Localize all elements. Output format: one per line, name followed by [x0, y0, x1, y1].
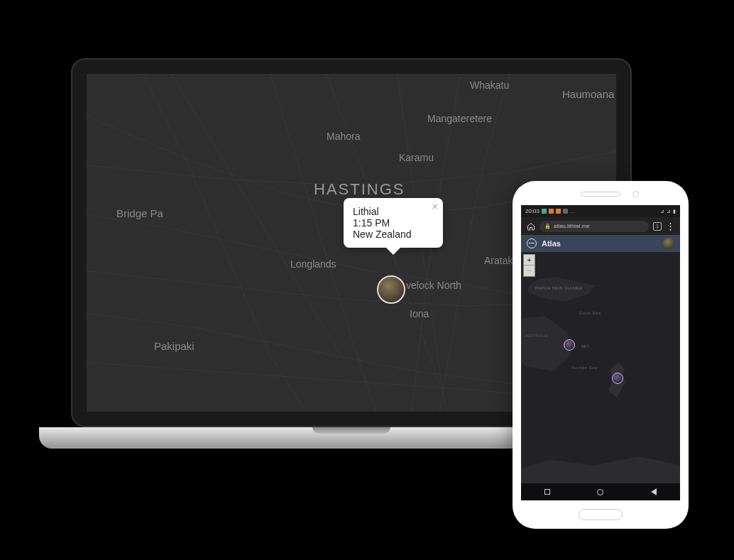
- popup-location: New Zealand: [353, 229, 434, 240]
- signal-icon: ⊿: [667, 209, 671, 214]
- android-status-bar: 20:03 … ⊿ ⊿ ▮: [521, 205, 680, 217]
- map-popup: × Lithial 1:15 PM New Zealand: [344, 198, 443, 248]
- phone-speaker: [581, 192, 620, 197]
- popup-time: 1:15 PM: [353, 217, 434, 229]
- popup-user-name: Lithial: [353, 206, 434, 217]
- browser-toolbar: 🔒 atlas.lithial.me 1 ⋮: [521, 217, 680, 235]
- header-avatar[interactable]: [663, 238, 674, 249]
- popup-close-button[interactable]: ×: [432, 201, 438, 212]
- landmass-antarctica: [521, 454, 680, 483]
- user-marker-avatar[interactable]: [377, 275, 405, 304]
- map-city-label: HASTINGS: [314, 180, 405, 199]
- map-label-havelock: velock North: [406, 280, 461, 291]
- map-label-coral-sea: Coral Sea: [579, 311, 601, 315]
- map-label-pakipaki: Pakipaki: [154, 340, 195, 352]
- status-notif-icon-2: [556, 209, 561, 214]
- map-label-ney: NEY: [581, 344, 589, 348]
- status-right: ⊿ ⊿ ▮: [660, 209, 676, 214]
- status-more-icon: …: [570, 208, 576, 214]
- status-notif-icon: [549, 209, 554, 214]
- nav-recents-icon[interactable]: [544, 489, 550, 495]
- map-label-mahora: Mahora: [327, 131, 360, 142]
- phone-home-button[interactable]: [579, 509, 623, 520]
- phone-camera: [632, 191, 639, 197]
- zoom-out-button[interactable]: −: [524, 265, 535, 276]
- app-logo-icon[interactable]: [527, 238, 537, 248]
- phone-screen: 20:03 … ⊿ ⊿ ▮ 🔒 atlas.lithial.me: [521, 205, 680, 500]
- user-marker-1[interactable]: [564, 339, 575, 351]
- phone-map-canvas[interactable]: + − PAPUA NEW GUINEA Coral Sea AUSTRALIA…: [521, 252, 680, 483]
- app-header: Atlas: [521, 235, 680, 252]
- status-app-icon: [542, 209, 547, 214]
- nav-home-icon[interactable]: [597, 489, 603, 495]
- status-left: 20:03 …: [525, 208, 576, 214]
- map-label-whakatu: Whakatu: [470, 79, 509, 91]
- user-marker-2[interactable]: [612, 373, 623, 384]
- zoom-in-button[interactable]: +: [524, 255, 535, 265]
- laptop-notch: [312, 427, 390, 434]
- url-text: atlas.lithial.me: [554, 223, 590, 229]
- map-label-tasman-sea: Tasman Sea: [571, 366, 597, 370]
- map-label-australia: AUSTRALIA: [525, 334, 547, 338]
- status-notif-icon-3: [563, 209, 568, 214]
- browser-menu-icon[interactable]: ⋮: [666, 221, 675, 231]
- map-label-longlands: Longlands: [290, 258, 336, 270]
- map-label-arataki: Arataki: [484, 255, 515, 266]
- wifi-icon: ⊿: [660, 209, 664, 214]
- map-label-karamu: Karamu: [399, 152, 434, 163]
- android-nav-bar: [521, 483, 680, 500]
- tabs-count: 1: [656, 224, 659, 229]
- map-label-iona: Iona: [410, 308, 429, 319]
- status-time: 20:03: [525, 208, 539, 214]
- browser-tabs-button[interactable]: 1: [653, 222, 662, 231]
- map-label-png: PAPUA NEW GUINEA: [535, 286, 582, 290]
- browser-url-bar[interactable]: 🔒 atlas.lithial.me: [539, 221, 649, 232]
- battery-icon: ▮: [673, 209, 676, 214]
- map-label-bridgepa: Bridge Pa: [116, 207, 163, 219]
- lock-icon: 🔒: [544, 224, 551, 229]
- phone-device: 20:03 … ⊿ ⊿ ▮ 🔒 atlas.lithial.me: [513, 181, 689, 529]
- app-title: Atlas: [542, 239, 561, 248]
- nav-back-icon[interactable]: [651, 488, 657, 495]
- map-label-haumoana: Haumoana: [562, 88, 614, 100]
- zoom-control: + −: [523, 254, 535, 277]
- browser-home-icon[interactable]: [526, 221, 535, 231]
- map-label-mangateretere: Mangateretere: [427, 113, 492, 124]
